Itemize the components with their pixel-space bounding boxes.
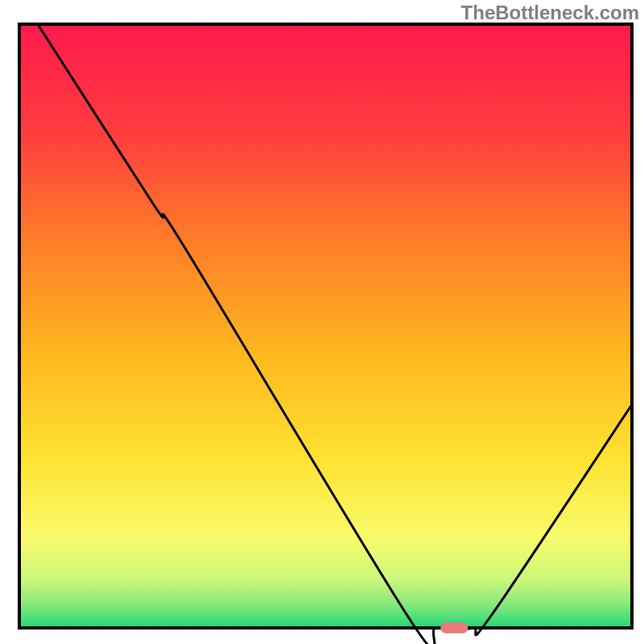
bottleneck-chart (0, 0, 644, 644)
optimal-marker (440, 622, 468, 634)
chart-container: TheBottleneck.com (0, 0, 644, 644)
plot-background (19, 24, 632, 628)
watermark-text: TheBottleneck.com (461, 2, 639, 24)
